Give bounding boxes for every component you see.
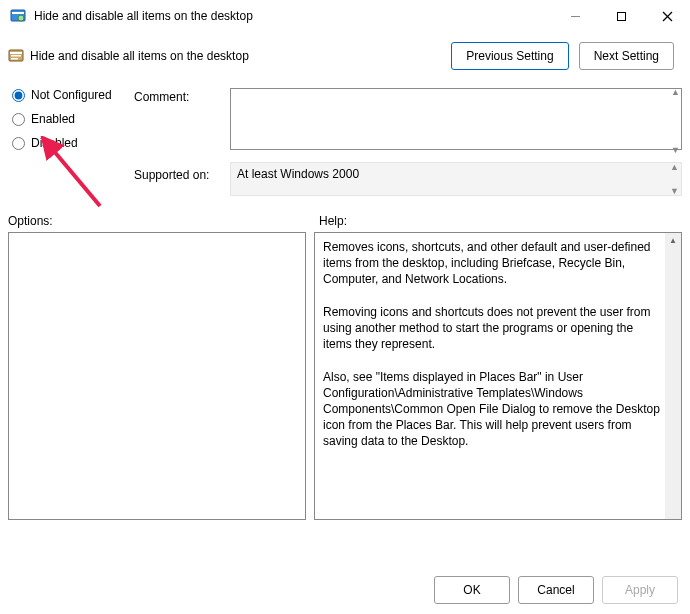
svg-rect-10 [11,58,18,60]
radio-disabled-input[interactable] [12,137,25,150]
radio-enabled-label: Enabled [31,112,75,126]
radio-disabled-label: Disabled [31,136,78,150]
apply-button[interactable]: Apply [602,576,678,604]
close-button[interactable] [644,0,690,32]
radio-not-configured-input[interactable] [12,89,25,102]
chevron-down-icon: ▼ [670,187,679,195]
ok-button[interactable]: OK [434,576,510,604]
help-scrollbar[interactable]: ▲ [665,233,681,519]
maximize-button[interactable] [598,0,644,32]
supported-on-field: At least Windows 2000 ▲ ▼ [230,162,682,196]
help-text: Also, see "Items displayed in Places Bar… [323,369,663,450]
supported-scroll-down: ▼ [670,187,679,195]
options-pane [8,232,306,520]
setting-name: Hide and disable all items on the deskto… [30,49,249,63]
chevron-down-icon: ▼ [671,146,680,154]
help-pane: Removes icons, shortcuts, and other defa… [314,232,682,520]
comment-scroll-up[interactable]: ▲ [671,88,680,96]
supported-scroll-up: ▲ [670,163,679,171]
chevron-up-icon: ▲ [668,236,678,246]
comment-label: Comment: [134,88,224,154]
cancel-button[interactable]: Cancel [518,576,594,604]
title-bar: Hide and disable all items on the deskto… [0,0,690,32]
chevron-up-icon: ▲ [670,163,679,171]
radio-not-configured[interactable]: Not Configured [12,88,128,102]
radio-enabled[interactable]: Enabled [12,112,128,126]
policy-icon [8,48,24,64]
help-text: Removing icons and shortcuts does not pr… [323,304,663,353]
comment-scroll-down[interactable]: ▼ [671,146,680,154]
svg-rect-1 [12,12,24,14]
svg-rect-4 [617,12,625,20]
radio-not-configured-label: Not Configured [31,88,112,102]
options-label: Options: [8,214,313,228]
previous-setting-button[interactable]: Previous Setting [451,42,568,70]
chevron-up-icon: ▲ [671,88,680,96]
help-label: Help: [313,214,347,228]
radio-disabled[interactable]: Disabled [12,136,128,150]
minimize-button[interactable] [552,0,598,32]
svg-point-2 [18,15,24,21]
next-setting-button[interactable]: Next Setting [579,42,674,70]
radio-enabled-input[interactable] [12,113,25,126]
help-text: Removes icons, shortcuts, and other defa… [323,239,663,288]
svg-rect-9 [11,55,21,57]
svg-rect-8 [10,52,22,54]
policy-icon [10,8,26,24]
window-title: Hide and disable all items on the deskto… [34,9,552,23]
supported-label: Supported on: [134,154,224,196]
comment-field[interactable] [230,88,682,150]
supported-on-value: At least Windows 2000 [237,167,359,181]
